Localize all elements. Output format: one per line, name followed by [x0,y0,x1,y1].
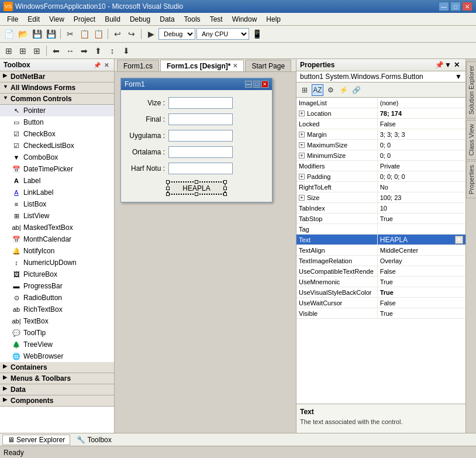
expand-padding-icon[interactable]: + [299,174,305,180]
toolbox-close-button[interactable]: ✕ [102,61,111,69]
expand-maxsize-icon[interactable]: + [299,142,305,148]
toolbox-item-treeview[interactable]: 🌲 TreeView [0,339,114,350]
tab-form1cs-design[interactable]: Form1.cs [Design]* ✕ [160,60,244,71]
toolbox-item-webbrowser[interactable]: 🌐 WebBrowser [0,350,114,362]
expand-size-icon[interactable]: + [299,195,305,201]
undo-button[interactable]: ↩ [111,27,124,40]
align-left-button[interactable]: ⬅ [50,44,63,57]
save-button[interactable]: 💾 [30,27,43,40]
props-row-padding[interactable]: +Padding 0; 0; 0; 0 [296,171,465,182]
sidebar-tab-properties[interactable]: Properties [466,161,477,198]
props-row-text[interactable]: Text HEAPLA ▼ [296,235,465,245]
toolbox-item-monthcalendar[interactable]: 📅 MonthCalendar [0,233,114,245]
props-propbind-button[interactable]: 🔗 [350,84,362,96]
props-row-margin[interactable]: +Margin 3; 3; 3; 3 [296,129,465,140]
designer-area[interactable]: Form1 — □ ✕ Vize : Final : [115,72,296,433]
ortalama-input[interactable] [168,146,233,158]
menu-data[interactable]: Data [155,14,179,25]
toolbox-section-dotnetbar[interactable]: DotNetBar [0,71,114,82]
debug-combo[interactable]: Debug [158,28,195,40]
props-row-size[interactable]: +Size 100; 23 [296,192,465,203]
props-row-modifiers[interactable]: Modifiers Private [296,161,465,171]
tab-form1cs[interactable]: Form1.cs [117,60,159,71]
toolbox-section-commoncontrols[interactable]: Common Controls [0,94,114,105]
window-controls[interactable]: — □ ✕ [439,2,472,11]
props-row-textalign[interactable]: TextAlign MiddleCenter [296,245,465,256]
menu-file[interactable]: File [2,14,23,25]
toolbox-section-allwinforms[interactable]: All Windows Forms [0,82,114,94]
tab-start-page[interactable]: Start Page [245,60,291,71]
tab-close-icon[interactable]: ✕ [233,63,237,69]
expand-minsize-icon[interactable]: + [299,153,305,159]
format-button-2[interactable]: ⊞ [16,44,29,57]
start-button[interactable]: ▶ [144,27,157,40]
props-row-usevisualstyle[interactable]: UseVisualStyleBackColor True [296,287,465,298]
props-events-button[interactable]: ⚡ [337,84,349,96]
toolbox-item-listbox[interactable]: ≡ ListBox [0,198,114,210]
save-all-button[interactable]: 💾 [44,27,57,40]
props-row-maximumsize[interactable]: +MaximumSize 0; 0 [296,140,465,150]
props-properties-button[interactable]: ⚙ [325,84,336,96]
menu-view[interactable]: View [44,14,69,25]
toolbox-item-progressbar[interactable]: ▬ ProgressBar [0,280,114,292]
platform-combo[interactable]: Any CPU [196,28,249,40]
toolbox-item-numericupdown[interactable]: ↕ NumericUpDown [0,257,114,268]
redo-button[interactable]: ↪ [125,27,138,40]
cut-button[interactable]: ✂ [64,27,77,40]
paste-button[interactable]: 📋 [92,27,105,40]
toolbox-item-checkedlistbox[interactable]: ☑ CheckedListBox [0,140,114,151]
expand-margin-icon[interactable]: + [299,132,305,137]
new-project-button[interactable]: 📄 [2,27,15,40]
form-close-icon[interactable]: ✕ [261,81,268,88]
toolbox-item-maskedtextbox[interactable]: ab| MaskedTextBox [0,222,114,233]
open-button[interactable]: 📂 [16,27,29,40]
toolbox-section-menustoolbars[interactable]: Menus & Toolbars [0,373,114,384]
props-row-righttoleft[interactable]: RightToLeft No [296,182,465,192]
toolbox-item-combobox[interactable]: ▼ ComboBox [0,151,114,163]
bottom-tab-toolbox[interactable]: 🔧 Toolbox [71,435,116,445]
toolbox-item-pointer[interactable]: ↖ Pointer [0,105,114,116]
toolbox-item-radiobutton[interactable]: ⊙ RadioButton [0,292,114,304]
text-dropdown-button[interactable]: ▼ [455,236,463,244]
toolbox-item-textbox[interactable]: ab| TextBox [0,315,114,327]
menu-project[interactable]: Project [69,14,100,25]
align-middle-button[interactable]: ↕ [106,44,119,57]
sidebar-tab-classview[interactable]: Class View [466,120,477,160]
align-right-button[interactable]: ➡ [78,44,91,57]
props-row-location[interactable]: +Location 78; 174 [296,108,465,119]
props-row-usemnemonic[interactable]: UseMnemonic True [296,277,465,287]
close-button[interactable]: ✕ [462,2,472,11]
toolbox-pin-button[interactable]: 📌 [93,61,101,69]
toolbox-item-picturebox[interactable]: 🖼 PictureBox [0,268,114,280]
align-top-button[interactable]: ⬆ [92,44,105,57]
props-categorized-button[interactable]: ⊞ [299,84,311,96]
device-button[interactable]: 📱 [250,27,263,40]
form-minimize-icon[interactable]: — [245,81,252,88]
form-maximize-icon[interactable]: □ [253,81,260,88]
props-row-tag[interactable]: Tag [296,224,465,235]
align-center-button[interactable]: ↔ [64,44,77,57]
props-row-minimumsize[interactable]: +MinimumSize 0; 0 [296,150,465,161]
bottom-tab-serverexplorer[interactable]: 🖥 Server Explorer [2,435,70,445]
props-close-button[interactable]: ✕ [454,61,462,69]
props-row-usewaitcursor[interactable]: UseWaitCursor False [296,298,465,308]
props-object-dropdown[interactable]: ▼ [455,73,462,81]
menu-debug[interactable]: Debug [125,14,155,25]
toolbox-section-components[interactable]: Components [0,395,114,407]
minimize-button[interactable]: — [439,2,449,11]
heapla-button[interactable]: HEAPLA [167,181,226,195]
toolbox-item-checkbox[interactable]: ☑ CheckBox [0,128,114,140]
toolbox-item-richtextbox[interactable]: ab RichTextBox [0,304,114,315]
toolbox-section-data[interactable]: Data [0,384,114,395]
format-button-3[interactable]: ⊞ [30,44,43,57]
maximize-button[interactable]: □ [450,2,461,11]
props-row-usecompatible[interactable]: UseCompatibleTextRende False [296,266,465,277]
props-row-tabindex[interactable]: TabIndex 10 [296,203,465,213]
final-input[interactable] [168,113,233,125]
format-button-1[interactable]: ⊞ [2,44,15,57]
toolbox-section-containers[interactable]: Containers [0,362,114,373]
toolbox-item-linklabel[interactable]: A LinkLabel [0,187,114,198]
harfnotu-input[interactable] [168,163,233,174]
props-pin-button[interactable]: 📌 [435,61,443,69]
menu-edit[interactable]: Edit [23,14,44,25]
